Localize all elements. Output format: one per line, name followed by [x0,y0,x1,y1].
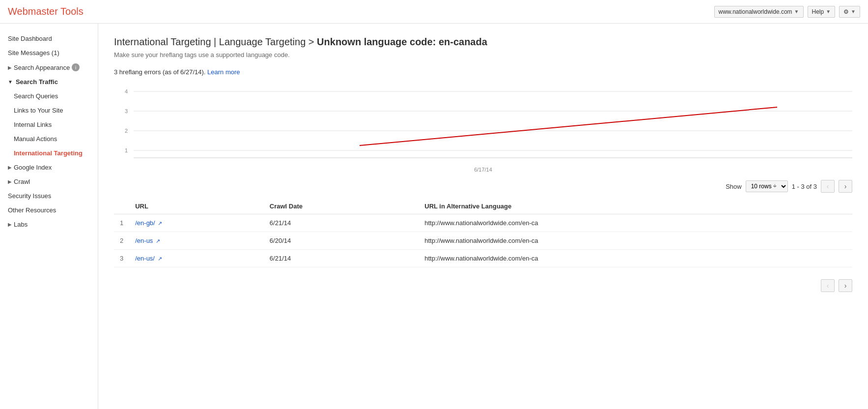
sidebar-item-international-targeting[interactable]: International Targeting [0,146,98,160]
sidebar-item-crawl[interactable]: ▶ Crawl [0,175,98,189]
sidebar-item-search-appearance[interactable]: ▶ Search Appearance i [0,60,98,75]
row-url: /en-gb/ ↗ [129,214,264,232]
next-page-button[interactable]: › [839,180,852,193]
error-count-label: 3 hreflang errors (as of 6/27/14). [114,68,205,76]
arrow-right-icon: ▶ [8,165,12,170]
row-alt-url: http://www.nationalworldwide.com/en-ca [419,214,852,232]
page-subtitle: Make sure your hreflang tags use a suppo… [114,51,852,58]
sidebar-item-label: Google Index [14,164,52,171]
gear-icon: ⚙ [843,8,849,15]
arrow-right-icon: ▶ [8,65,12,70]
table-row: 1 /en-gb/ ↗ 6/21/14 http://www.nationalw… [114,214,852,232]
col-header-alt-url: URL in Alternative Language [419,199,852,214]
sidebar-item-site-dashboard[interactable]: Site Dashboard [0,31,98,46]
arrow-down-icon: ▼ [8,79,13,85]
external-link-icon: ↗ [156,238,160,244]
svg-text:2: 2 [125,128,128,134]
svg-text:4: 4 [125,88,128,94]
url-link[interactable]: /en-us [135,237,153,244]
svg-text:3: 3 [125,108,128,114]
app-title: Webmaster Tools [8,6,714,17]
sidebar-item-site-messages[interactable]: Site Messages (1) [0,46,98,60]
help-dropdown[interactable]: Help ▼ [808,6,836,18]
sidebar: Site Dashboard Site Messages (1) ▶ Searc… [0,24,98,409]
bottom-prev-page-button[interactable]: ‹ [821,279,835,292]
sidebar-item-label: Security Issues [8,192,51,200]
badge-icon: i [72,63,80,71]
sidebar-item-label: Site Messages (1) [8,49,59,57]
chart-container: 4 3 2 1 6/17/14 [114,82,852,170]
chart-area: 4 3 2 1 6/17/14 [114,82,852,170]
error-count-text: 3 hreflang errors (as of 6/27/14). Learn… [114,68,852,76]
table-row: 3 /en-us/ ↗ 6/21/14 http://www.nationalw… [114,250,852,267]
sidebar-item-links-to-your-site[interactable]: Links to Your Site [0,103,98,117]
sidebar-item-label: Other Resources [8,206,56,214]
row-crawl-date: 6/20/14 [264,232,419,250]
sidebar-item-search-traffic[interactable]: ▼ Search Traffic [0,75,98,89]
arrow-right-icon: ▶ [8,222,12,227]
row-num: 3 [114,250,129,267]
col-header-num [114,199,129,214]
sidebar-item-label: Internal Links [14,121,52,128]
sidebar-item-label: International Targeting [14,149,83,157]
sidebar-item-google-index[interactable]: ▶ Google Index [0,160,98,175]
site-selector-label: www.nationalworldwide.com [719,8,792,15]
header: Webmaster Tools www.nationalworldwide.co… [0,0,868,24]
help-label: Help [812,8,824,15]
row-num: 2 [114,232,129,250]
learn-more-link[interactable]: Learn more [207,68,240,76]
site-selector-caret-icon: ▼ [794,9,799,14]
sidebar-item-search-queries[interactable]: Search Queries [0,89,98,103]
bottom-pagination: ‹ › [114,275,852,292]
rows-per-page-select[interactable]: 10 rows ÷ [746,180,788,192]
sidebar-item-label: Manual Actions [14,135,57,143]
url-link[interactable]: /en-us/ [135,255,155,262]
breadcrumb-prefix: International Targeting | Language Targe… [114,36,317,47]
main-content: International Targeting | Language Targe… [98,24,868,409]
arrow-right-icon: ▶ [8,179,12,184]
sidebar-item-label: Links to Your Site [14,107,63,114]
row-url: /en-us ↗ [129,232,264,250]
layout: Site Dashboard Site Messages (1) ▶ Searc… [0,24,868,409]
sidebar-item-manual-actions[interactable]: Manual Actions [0,132,98,146]
sidebar-item-security-issues[interactable]: Security Issues [0,189,98,203]
pagination-info: 1 - 3 of 3 [792,183,817,190]
svg-text:1: 1 [125,147,128,153]
settings-dropdown[interactable]: ⚙ ▼ [839,6,860,18]
sidebar-item-label: Search Traffic [16,78,58,86]
sidebar-item-label: Search Appearance [14,64,70,71]
sidebar-item-other-resources[interactable]: Other Resources [0,203,98,217]
svg-line-9 [360,107,777,146]
col-header-crawl-date: Crawl Date [264,199,419,214]
table-controls: Show 10 rows ÷ 1 - 3 of 3 ‹ › [114,180,852,193]
chart-svg: 4 3 2 1 [114,82,852,170]
page-title: International Targeting | Language Targe… [114,35,852,48]
row-url: /en-us/ ↗ [129,250,264,267]
row-alt-url: http://www.nationalworldwide.com/en-ca [419,250,852,267]
sidebar-item-label: Search Queries [14,92,58,100]
external-link-icon: ↗ [158,220,162,226]
show-label: Show [726,183,742,190]
sidebar-item-labs[interactable]: ▶ Labs [0,217,98,232]
row-crawl-date: 6/21/14 [264,250,419,267]
sidebar-item-label: Labs [14,221,28,228]
col-header-url: URL [129,199,264,214]
prev-page-button[interactable]: ‹ [821,180,835,193]
data-table: URL Crawl Date URL in Alternative Langua… [114,199,852,267]
table-row: 2 /en-us ↗ 6/20/14 http://www.nationalwo… [114,232,852,250]
sidebar-item-label: Site Dashboard [8,35,52,42]
url-link[interactable]: /en-gb/ [135,219,155,227]
site-selector-dropdown[interactable]: www.nationalworldwide.com ▼ [714,6,804,18]
row-num: 1 [114,214,129,232]
row-alt-url: http://www.nationalworldwide.com/en-ca [419,232,852,250]
help-caret-icon: ▼ [826,9,831,14]
header-controls: www.nationalworldwide.com ▼ Help ▼ ⚙ ▼ [714,6,860,18]
bottom-next-page-button[interactable]: › [839,279,852,292]
row-crawl-date: 6/21/14 [264,214,419,232]
external-link-icon: ↗ [158,256,162,262]
breadcrumb-bold: Unknown language code: en-canada [317,36,487,47]
sidebar-item-internal-links[interactable]: Internal Links [0,117,98,132]
sidebar-item-label: Crawl [14,178,30,185]
settings-caret-icon: ▼ [851,9,856,14]
